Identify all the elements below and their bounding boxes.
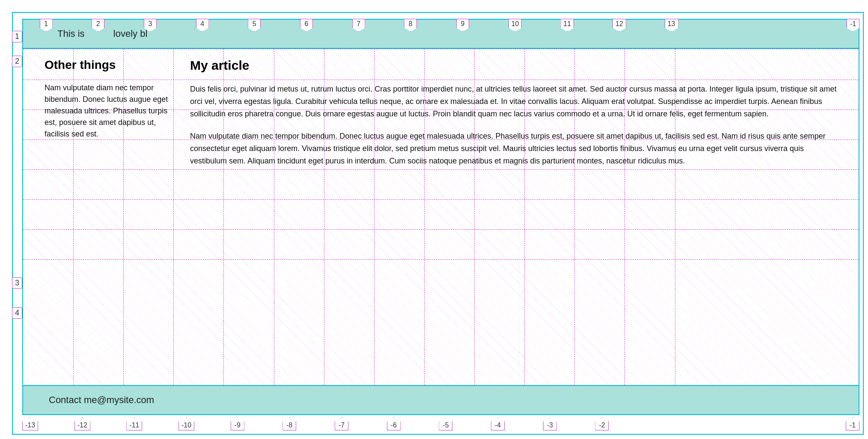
article-paragraph-1: Duis felis orci, pulvinar id metus ut, r… <box>190 83 837 120</box>
article-paragraph-2: Nam vulputate diam nec tempor bibendum. … <box>190 130 837 167</box>
article-heading: My article <box>190 58 837 73</box>
row-label-1: 1 <box>12 31 22 42</box>
content-area: Other things Nam vulputate diam nec temp… <box>23 50 859 384</box>
sidebar-heading: Other things <box>45 58 169 72</box>
col-badge-bottom-neg11: -11 <box>126 418 142 430</box>
col-badge-bottom-neg12: -12 <box>74 418 90 430</box>
col-badge-bottom-neg13: -13 <box>22 418 38 430</box>
footer-bar: Contact me@mysite.com <box>23 385 859 414</box>
col-badge-bottom-neg2: -2 <box>595 418 609 430</box>
page-wrapper: 1 2 3 4 1 2 3 4 5 6 7 8 9 10 11 12 13 -1… <box>0 0 868 439</box>
row-label-3: 3 <box>12 277 22 289</box>
col-badge-bottom-neg9: -9 <box>231 418 244 430</box>
header-lovely: lovely bl <box>113 28 147 39</box>
header-this-is: This is <box>57 28 85 39</box>
main-container: This is lovely bl <box>22 19 859 415</box>
col-badge-bottom-neg10: -10 <box>178 418 194 430</box>
col-badge-bottom-neg5: -5 <box>439 418 452 430</box>
col-badge-bottom-neg1: -1 <box>846 418 859 430</box>
footer-contact: Contact me@mysite.com <box>23 395 154 406</box>
main-article-column: My article Duis felis orci, pulvinar id … <box>181 58 837 376</box>
header-text: This is lovely bl <box>23 28 147 39</box>
sidebar-column: Other things Nam vulputate diam nec temp… <box>45 58 181 376</box>
col-badge-bottom-neg3: -3 <box>543 418 557 430</box>
sidebar-body: Nam vulputate diam nec tempor bibendum. … <box>45 82 169 140</box>
col-badge-bottom-neg7: -7 <box>335 418 348 430</box>
col-badge-bottom-neg4: -4 <box>491 418 505 430</box>
row-label-4: 4 <box>12 307 22 319</box>
col-badge-bottom-neg6: -6 <box>387 418 401 430</box>
row-label-2: 2 <box>12 56 22 67</box>
col-badge-bottom-neg8: -8 <box>282 418 296 430</box>
